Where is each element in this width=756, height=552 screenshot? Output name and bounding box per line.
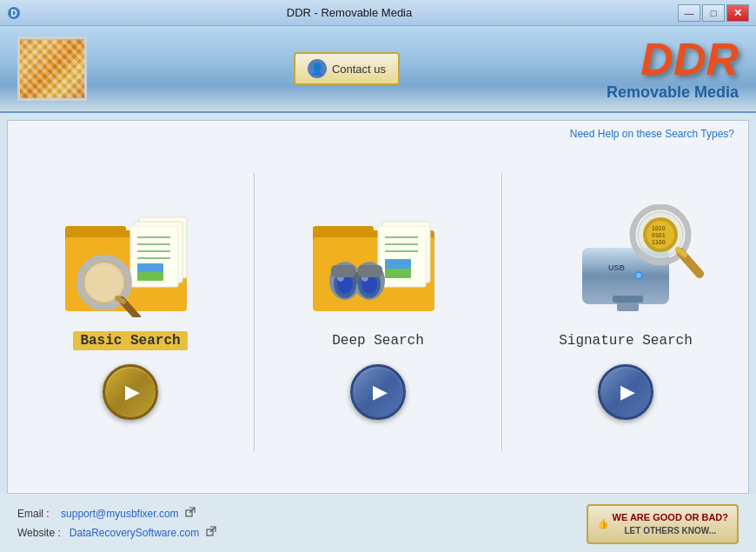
basic-search-play-button[interactable]: ▶	[103, 364, 158, 420]
email-row: Email : support@myusbfixer.com	[17, 505, 216, 524]
signature-search-label: Signature Search	[552, 331, 700, 350]
deep-search-option: Deep Search ▶	[291, 204, 465, 420]
divider-2	[501, 173, 502, 451]
website-row: Website : DataRecoverySoftware.com	[17, 524, 216, 543]
email-external-icon	[185, 507, 196, 517]
website-link[interactable]: DataRecoverySoftware.com	[70, 527, 199, 539]
feedback-button[interactable]: 👍 WE ARE GOOD OR BAD? LET OTHERS KNOW...	[587, 504, 739, 543]
divider-1	[254, 173, 255, 451]
window-title: DDR - Removable Media	[21, 6, 678, 19]
brand-subtitle: Removable Media	[607, 83, 739, 102]
signature-search-play-button[interactable]: ▶	[598, 364, 653, 420]
brand-area: DDR Removable Media	[607, 37, 739, 102]
brand-name: DDR	[607, 37, 739, 82]
website-label: Website :	[17, 527, 61, 539]
main-content: Need Help on these Search Types?	[7, 120, 749, 494]
signature-search-folder-icon: USB 1010 0101 1100	[556, 204, 695, 317]
footer: Email : support@myusbfixer.com Website :…	[0, 494, 756, 552]
email-label: Email :	[17, 508, 50, 520]
svg-text:USB: USB	[608, 263, 626, 272]
deep-search-play-button[interactable]: ▶	[350, 364, 406, 420]
svg-text:D: D	[10, 9, 17, 18]
deep-search-label: Deep Search	[325, 331, 431, 350]
search-options-container: Basic Search ▶	[8, 140, 748, 493]
svg-rect-13	[137, 263, 163, 272]
basic-search-folder-icon	[61, 204, 200, 317]
contact-person-icon: 👤	[308, 59, 327, 78]
email-link[interactable]: support@myusbfixer.com	[61, 508, 179, 520]
basic-search-option: Basic Search ▶	[43, 204, 217, 420]
maximize-button[interactable]: □	[702, 4, 725, 22]
title-bar-icon: D	[7, 6, 21, 20]
contact-button[interactable]: 👤 Contact us	[294, 52, 400, 85]
header: 👤 Contact us DDR Removable Media	[0, 26, 756, 113]
feedback-icon: 👍	[597, 517, 609, 530]
website-external-icon	[206, 526, 216, 536]
svg-text:0101: 0101	[652, 232, 666, 238]
logo	[17, 37, 87, 101]
svg-rect-38	[358, 265, 382, 277]
footer-contact-info: Email : support@myusbfixer.com Website :…	[17, 505, 216, 542]
logo-pattern	[20, 39, 84, 98]
contact-button-label: Contact us	[332, 63, 386, 76]
svg-rect-27	[385, 259, 411, 269]
svg-text:1100: 1100	[652, 239, 666, 245]
deep-search-folder-icon	[308, 204, 448, 317]
feedback-text: WE ARE GOOD OR BAD? LET OTHERS KNOW...	[613, 511, 728, 536]
svg-point-44	[636, 273, 641, 278]
play-icon: ▶	[620, 381, 635, 403]
minimize-button[interactable]: —	[678, 4, 700, 22]
play-icon: ▶	[125, 381, 140, 403]
svg-text:1010: 1010	[652, 225, 666, 231]
help-link[interactable]: Need Help on these Search Types?	[8, 121, 748, 140]
svg-line-17	[117, 298, 123, 302]
svg-rect-42	[613, 296, 643, 303]
basic-search-label: Basic Search	[73, 331, 187, 350]
window-controls: — □ ✕	[678, 4, 749, 22]
signature-search-option: USB 1010 0101 1100 Signature Search	[539, 204, 713, 420]
close-button[interactable]: ✕	[726, 4, 749, 22]
svg-rect-37	[331, 265, 355, 277]
play-icon: ▶	[373, 381, 388, 403]
title-bar: D DDR - Removable Media — □ ✕	[0, 0, 756, 26]
